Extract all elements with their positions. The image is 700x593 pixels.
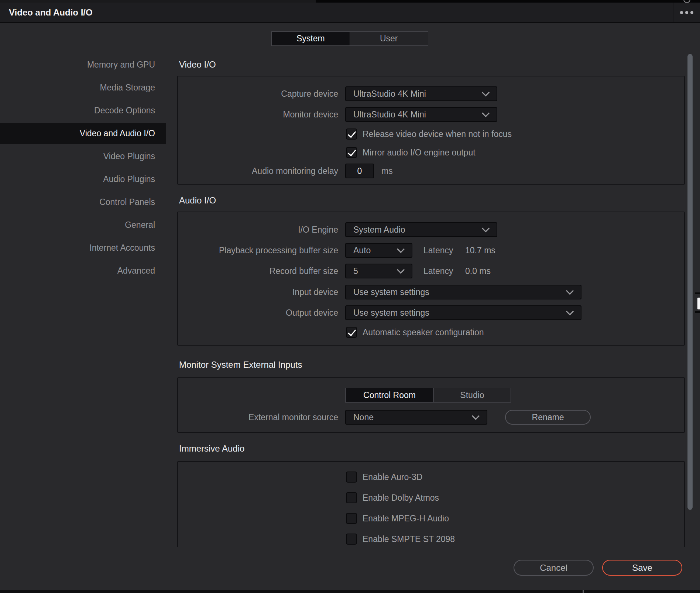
external-monitor-source-label: External monitor source	[178, 410, 338, 425]
edge-artifact	[695, 292, 700, 294]
automatic-speaker-configuration-label: Automatic speaker configuration	[363, 327, 484, 338]
scope-tab-group: System User	[271, 31, 428, 46]
io-engine-value: System Audio	[346, 225, 405, 235]
section-box-monitor-inputs: Control Room Studio External monitor sou…	[177, 377, 685, 433]
record-buffer-value: 5	[346, 266, 358, 276]
tab-control-room[interactable]: Control Room	[346, 388, 433, 402]
input-device-value: Use system settings	[346, 287, 429, 297]
sidebar-item-video-plugins[interactable]: Video Plugins	[0, 146, 166, 167]
section-header-audio-io: Audio I/O	[179, 195, 216, 206]
enable-mpeg-h-audio-label: Enable MPEG-H Audio	[363, 513, 449, 524]
enable-smpte-st-2098-label: Enable SMPTE ST 2098	[363, 534, 455, 545]
io-engine-select[interactable]: System Audio	[345, 222, 497, 237]
ellipsis-icon	[690, 11, 693, 14]
monitor-tab-group: Control Room Studio	[345, 388, 511, 402]
playback-buffer-select[interactable]: Auto	[345, 243, 412, 258]
vertical-scrollbar-thumb[interactable]	[687, 54, 693, 510]
sidebar-item-general[interactable]: General	[0, 215, 166, 236]
audio-monitoring-delay-input[interactable]: 0	[345, 164, 374, 178]
clipped-clock-icon	[683, 0, 690, 3]
checkmark-icon	[348, 148, 356, 157]
capture-device-value: UltraStudio 4K Mini	[346, 89, 426, 99]
chevron-down-icon	[397, 245, 405, 253]
audio-monitoring-delay-unit: ms	[381, 164, 393, 178]
automatic-speaker-configuration-checkbox[interactable]	[346, 327, 357, 338]
output-device-label: Output device	[178, 305, 338, 320]
playback-latency-value: 10.7 ms	[465, 243, 495, 258]
rename-button[interactable]: Rename	[505, 410, 591, 425]
mirror-audio-io-checkbox[interactable]	[346, 147, 357, 158]
capture-device-select[interactable]: UltraStudio 4K Mini	[345, 86, 497, 101]
chevron-down-icon	[482, 224, 490, 232]
enable-dolby-atmos-label: Enable Dolby Atmos	[363, 492, 439, 503]
monitor-device-label: Monitor device	[178, 107, 338, 122]
sidebar-item-video-and-audio-io[interactable]: Video and Audio I/O	[0, 123, 166, 144]
ellipsis-icon	[685, 11, 688, 14]
chevron-down-icon	[566, 308, 574, 315]
record-buffer-select[interactable]: 5	[345, 264, 412, 278]
chevron-down-icon	[482, 109, 490, 117]
enable-dolby-atmos-checkbox[interactable]	[346, 492, 357, 503]
chevron-down-icon	[472, 412, 480, 420]
output-device-select[interactable]: Use system settings	[345, 305, 581, 320]
audio-monitoring-delay-label: Audio monitoring delay	[178, 164, 338, 178]
record-buffer-label: Record buffer size	[178, 264, 338, 278]
section-header-immersive-audio: Immersive Audio	[179, 443, 244, 454]
record-latency-label: Latency	[423, 264, 453, 278]
window-bottom-edge	[0, 590, 700, 593]
section-box-audio-io: I/O Engine System Audio Playback process…	[177, 212, 685, 346]
input-device-label: Input device	[178, 285, 338, 299]
window-title: Video and Audio I/O	[9, 3, 93, 22]
sidebar-item-decode-options[interactable]: Decode Options	[0, 100, 166, 121]
monitor-device-select[interactable]: UltraStudio 4K Mini	[345, 107, 497, 122]
section-header-monitor-inputs: Monitor System External Inputs	[179, 359, 302, 370]
checkmark-icon	[348, 328, 356, 336]
release-video-device-checkbox[interactable]	[346, 128, 357, 140]
section-header-video-io: Video I/O	[179, 59, 216, 70]
external-monitor-source-select[interactable]: None	[345, 410, 487, 425]
enable-mpeg-h-audio-checkbox[interactable]	[346, 513, 357, 524]
monitor-device-value: UltraStudio 4K Mini	[346, 110, 426, 120]
chevron-down-icon	[482, 89, 490, 96]
playback-buffer-label: Playback processing buffer size	[178, 243, 338, 258]
background-app-strip	[0, 0, 700, 3]
section-box-video-io: Capture device UltraStudio 4K Mini Monit…	[177, 76, 685, 185]
external-monitor-source-value: None	[346, 412, 374, 422]
cancel-button[interactable]: Cancel	[514, 560, 594, 576]
tab-studio[interactable]: Studio	[434, 388, 511, 402]
enable-smpte-st-2098-checkbox[interactable]	[346, 534, 357, 545]
sidebar-item-memory-and-gpu[interactable]: Memory and GPU	[0, 54, 166, 75]
capture-device-label: Capture device	[178, 86, 338, 101]
background-app-strip-light	[0, 0, 316, 3]
preferences-window: Video and Audio I/O System User Memory a…	[0, 0, 700, 593]
edge-artifact	[583, 590, 584, 593]
output-device-value: Use system settings	[346, 308, 429, 318]
mirror-audio-io-label: Mirror audio I/O engine output	[363, 147, 476, 158]
input-device-select[interactable]: Use system settings	[345, 285, 581, 299]
sidebar-item-media-storage[interactable]: Media Storage	[0, 77, 166, 98]
sidebar-item-internet-accounts[interactable]: Internet Accounts	[0, 237, 166, 258]
enable-auro-3d-label: Enable Auro-3D	[363, 472, 422, 483]
release-video-device-label: Release video device when not in focus	[363, 128, 512, 140]
playback-buffer-value: Auto	[346, 246, 371, 256]
tab-user[interactable]: User	[350, 32, 428, 45]
enable-auro-3d-checkbox[interactable]	[346, 472, 357, 483]
chevron-down-icon	[397, 266, 405, 274]
sidebar-item-advanced[interactable]: Advanced	[0, 260, 166, 281]
sidebar-item-control-panels[interactable]: Control Panels	[0, 192, 166, 213]
record-latency-value: 0.0 ms	[465, 264, 491, 278]
ellipsis-icon	[680, 11, 683, 14]
playback-latency-label: Latency	[423, 243, 453, 258]
edge-artifact	[695, 311, 700, 313]
sidebar-item-audio-plugins[interactable]: Audio Plugins	[0, 169, 166, 190]
io-engine-label: I/O Engine	[178, 222, 338, 237]
checkmark-icon	[348, 129, 356, 138]
chevron-down-icon	[566, 287, 574, 295]
title-bar: Video and Audio I/O	[0, 3, 700, 23]
tab-system[interactable]: System	[272, 32, 350, 45]
section-box-immersive-audio: Enable Auro-3D Enable Dolby Atmos Enable…	[177, 461, 685, 547]
save-button[interactable]: Save	[602, 560, 682, 576]
more-options-button[interactable]	[673, 3, 700, 22]
edge-artifact-text-fragment	[697, 298, 700, 309]
